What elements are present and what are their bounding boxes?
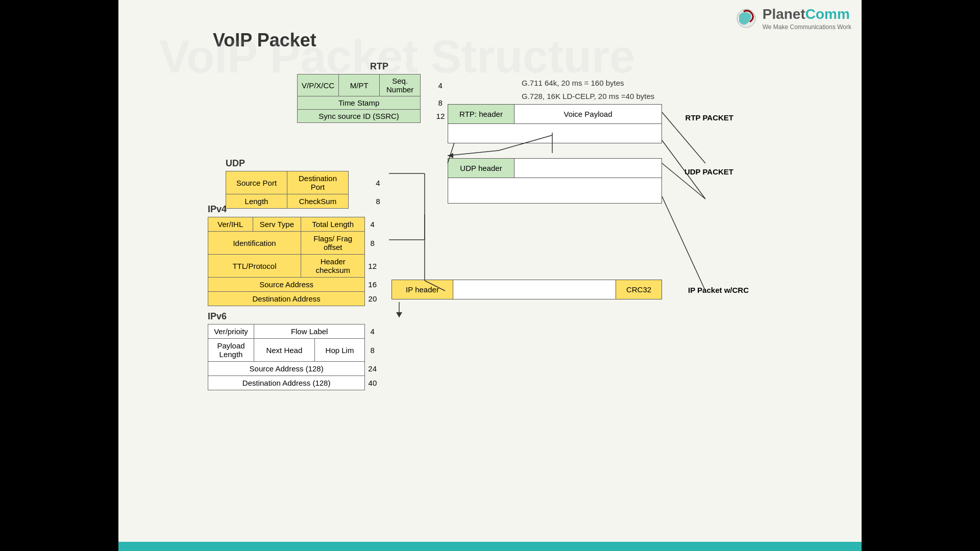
udp-table: Source Port Destination Port 4 Length Ch…: [226, 171, 410, 209]
ipv6-cell-dstaddr: Destination Address (128): [208, 376, 365, 390]
logo-area: PlanetComm We Make Communications Work: [734, 6, 851, 31]
voice-payload-cell: Voice Payload: [514, 105, 662, 123]
table-row: Sync source ID (SSRC) 12: [298, 110, 461, 123]
ipv4-cell-ident: Identification: [208, 232, 301, 255]
ipv4-cell-servtype: Serv Type: [253, 217, 301, 232]
logo-tagline: We Make Communications Work: [763, 23, 851, 31]
table-row: Ver/prioity Flow Label 4: [208, 324, 381, 339]
ipv6-label: IPv6: [208, 311, 381, 322]
ip-packet-label: IP Packet w/CRC: [688, 286, 749, 294]
svg-line-4: [448, 151, 499, 156]
ipv4-cell-dstaddr: Destination Address: [208, 292, 365, 306]
rtp-packet-section: RTP: header Voice Payload RTP PACKET: [448, 104, 662, 143]
ipv6-num-24: 24: [365, 362, 381, 376]
ipv6-cell-srcaddr: Source Address (128): [208, 362, 365, 376]
table-row: Source Address (128) 24: [208, 362, 381, 376]
svg-line-16: [662, 196, 705, 291]
codec-note-2: G.728, 16K LD-CELP, 20 ms =40 bytes: [522, 90, 658, 103]
udp-cell-srcport: Source Port: [226, 171, 287, 194]
udp-extension-row: [448, 178, 662, 204]
udp-cell-dstport: Destination Port: [287, 171, 349, 194]
codec-note-1: G.711 64k, 20 ms = 160 bytes: [522, 77, 658, 90]
bottom-bar: [118, 542, 862, 551]
ipv4-num-12: 12: [365, 255, 381, 278]
logo-text: PlanetComm: [763, 6, 851, 22]
ip-content-cell: [453, 280, 616, 299]
udp-packet-label: UDP PACKET: [684, 167, 733, 176]
ipv4-cell-hdrchk: Header checksum: [301, 255, 365, 278]
ipv6-cell-verpriority: Ver/prioity: [208, 324, 254, 339]
table-row: Source Port Destination Port 4: [226, 171, 410, 194]
rtp-cell-ssrc: Sync source ID (SSRC): [298, 110, 421, 123]
ipv6-section: IPv6 Ver/prioity Flow Label 4 Payload Le…: [208, 311, 381, 390]
udp-header-cell: UDP header: [448, 159, 514, 178]
ip-header-cell: IP header: [392, 280, 453, 299]
udp-content-cell: [514, 159, 662, 178]
planetcomm-icon: [734, 6, 758, 31]
svg-marker-7: [396, 312, 402, 317]
udp-label: UDP: [226, 158, 410, 169]
udp-packet-row: UDP header: [448, 158, 662, 178]
ipv6-num-8: 8: [365, 339, 381, 362]
ipv4-num-16: 16: [365, 278, 381, 292]
table-row: Time Stamp 8: [298, 96, 461, 110]
table-row: Identification Flags/ Frag offset 8: [208, 232, 381, 255]
ipv4-num-4: 4: [365, 217, 381, 232]
svg-marker-5: [448, 153, 453, 158]
ipv4-cell-verihl: Ver/IHL: [208, 217, 253, 232]
table-row: Destination Address 20: [208, 292, 381, 306]
slide: PlanetComm We Make Communications Work V…: [118, 0, 862, 551]
rtp-packet-row: RTP: header Voice Payload: [448, 104, 662, 124]
ip-packet-row: IP header CRC32: [391, 280, 662, 299]
rtp-section: RTP V/P/X/CC M/PT Seq. Number 4 Time Sta…: [297, 61, 461, 123]
page-title: VoIP Packet: [213, 30, 316, 51]
ipv4-cell-totallen: Total Length: [301, 217, 365, 232]
ipv6-cell-payloadlen: Payload Length: [208, 339, 254, 362]
ipv6-cell-nexthead: Next Head: [254, 339, 315, 362]
content-area: RTP V/P/X/CC M/PT Seq. Number 4 Time Sta…: [169, 61, 811, 536]
rtp-extension-row: [448, 124, 662, 143]
rtp-cell-seq: Seq. Number: [380, 74, 421, 96]
table-row: Source Address 16: [208, 278, 381, 292]
ipv4-section: IPv4 Ver/IHL Serv Type Total Length 4 Id…: [208, 204, 381, 306]
ipv4-num-20: 20: [365, 292, 381, 306]
udp-num-4: 4: [349, 171, 410, 194]
rtp-cell-timestamp: Time Stamp: [298, 96, 421, 110]
rtp-packet-label: RTP PACKET: [685, 113, 733, 122]
rtp-header-cell: RTP: header: [448, 105, 514, 123]
udp-packet-section: UDP header UDP PACKET: [448, 158, 662, 204]
ip-crc-cell: CRC32: [616, 280, 662, 299]
table-row: Payload Length Next Head Hop Lim 8: [208, 339, 381, 362]
table-row: Ver/IHL Serv Type Total Length 4: [208, 217, 381, 232]
rtp-label: RTP: [297, 61, 461, 72]
ipv6-table: Ver/prioity Flow Label 4 Payload Length …: [208, 324, 381, 390]
ipv6-num-4: 4: [365, 324, 381, 339]
ipv4-label: IPv4: [208, 204, 381, 215]
rtp-cell-mpt: M/PT: [339, 74, 380, 96]
rtp-cell-vpxcc: V/P/X/CC: [298, 74, 339, 96]
ipv6-cell-flowlabel: Flow Label: [254, 324, 365, 339]
ipv4-cell-ttl: TTL/Protocol: [208, 255, 301, 278]
ip-packet-section: IP header CRC32 IP Packet w/CRC: [391, 280, 662, 299]
ipv4-num-8: 8: [365, 232, 381, 255]
table-row: Destination Address (128) 40: [208, 376, 381, 390]
rtp-table: V/P/X/CC M/PT Seq. Number 4 Time Stamp 8…: [297, 74, 461, 123]
ipv4-cell-srcaddr: Source Address: [208, 278, 365, 292]
ipv4-cell-flags: Flags/ Frag offset: [301, 232, 365, 255]
ipv6-cell-hoplim: Hop Lim: [314, 339, 365, 362]
table-row: TTL/Protocol Header checksum 12: [208, 255, 381, 278]
table-row: V/P/X/CC M/PT Seq. Number 4: [298, 74, 461, 96]
rtp-num-4: 4: [421, 74, 461, 96]
ipv6-num-40: 40: [365, 376, 381, 390]
ipv4-table: Ver/IHL Serv Type Total Length 4 Identif…: [208, 217, 381, 306]
udp-section: UDP Source Port Destination Port 4 Lengt…: [226, 158, 410, 209]
